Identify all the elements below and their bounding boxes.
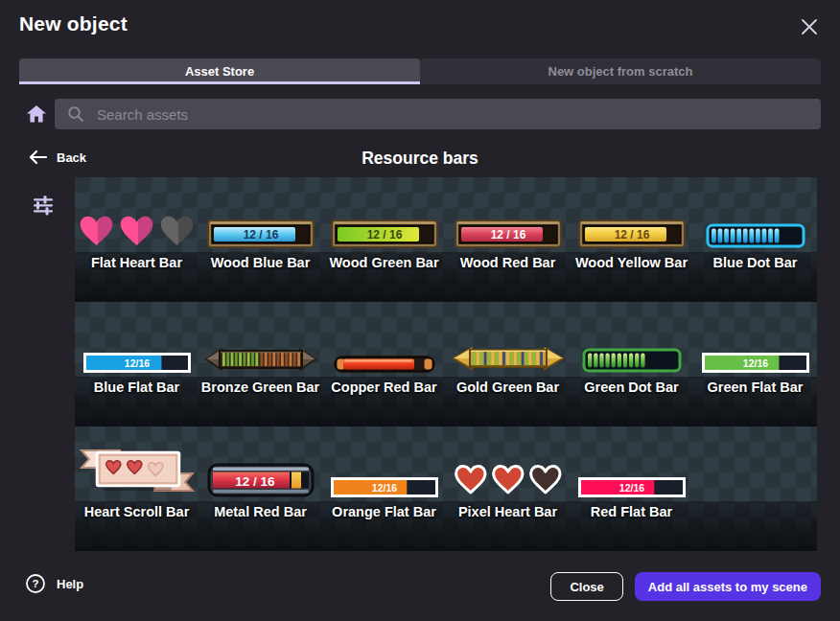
footer-actions: Close Add all assets to my scene (550, 572, 821, 601)
asset-row: Flat Heart Bar 12 / 16Wood Blue Bar 12 /… (75, 177, 817, 302)
metal-red-bar-preview: 12 / 16 (207, 426, 315, 501)
svg-text:12 / 16: 12 / 16 (243, 228, 278, 242)
home-glyph (25, 103, 48, 126)
close-icon[interactable] (798, 15, 821, 38)
add-all-assets-button[interactable]: Add all assets to my scene (635, 572, 821, 601)
section-title: Resource bars (0, 149, 840, 169)
wood-green-bar-preview: 12 / 16 (331, 177, 438, 252)
close-button[interactable]: Close (550, 572, 622, 601)
copper-red-bar-preview (334, 302, 435, 377)
heart-scroll-bar-preview (78, 426, 197, 501)
wood-yellow-bar-preview: 12 / 16 (578, 177, 686, 252)
asset-tile-flat-heart-bar[interactable]: Flat Heart Bar (75, 177, 198, 302)
asset-label: Green Dot Bar (584, 380, 678, 395)
search-box (55, 99, 821, 129)
asset-tile-red-flat-bar[interactable]: 12/16Red Flat Bar (570, 426, 693, 551)
asset-label: Gold Green Bar (456, 380, 559, 395)
asset-tile-blue-flat-bar[interactable]: 12/16Blue Flat Bar (75, 302, 198, 426)
asset-row: Heart Scroll Bar 12 / 16Metal Red Bar 12… (75, 426, 817, 551)
red-flat-bar-preview: 12/16 (578, 426, 686, 501)
blue-dot-bar-preview (706, 177, 805, 252)
asset-tile-wood-red-bar[interactable]: 12 / 16Wood Red Bar (446, 177, 570, 302)
asset-label: Metal Red Bar (214, 504, 307, 519)
asset-tile-heart-scroll-bar[interactable]: Heart Scroll Bar (75, 426, 198, 551)
asset-label: Green Flat Bar (708, 380, 804, 395)
flat-heart-bar-preview (79, 177, 196, 252)
green-flat-bar-preview: 12/16 (702, 302, 809, 377)
help-icon: ? (25, 573, 46, 594)
asset-tile-blue-dot-bar[interactable]: Blue Dot Bar (693, 177, 817, 302)
asset-tile-green-flat-bar[interactable]: 12/16Green Flat Bar (693, 302, 817, 426)
asset-tile-copper-red-bar[interactable]: Copper Red Bar (322, 302, 446, 426)
filter-icon-button[interactable] (30, 193, 57, 219)
tab-new-object-from-scratch[interactable]: New object from scratch (420, 58, 821, 84)
green-dot-bar-preview (582, 302, 682, 377)
home-icon[interactable] (24, 103, 49, 127)
tab-asset-store[interactable]: Asset Store (19, 58, 420, 84)
asset-grid: Flat Heart Bar 12 / 16Wood Blue Bar 12 /… (75, 177, 817, 551)
svg-text:12/16: 12/16 (371, 482, 396, 494)
asset-tile-orange-flat-bar[interactable]: 12/16Orange Flat Bar (322, 426, 446, 551)
tab-bar: Asset StoreNew object from scratch (19, 58, 821, 84)
help-button[interactable]: ? Help (25, 573, 83, 594)
asset-tile-pixel-heart-bar[interactable]: Pixel Heart Bar (446, 426, 570, 551)
asset-label: Pixel Heart Bar (458, 504, 557, 519)
svg-text:12/16: 12/16 (124, 357, 149, 369)
asset-tile-metal-red-bar[interactable]: 12 / 16Metal Red Bar (198, 426, 322, 551)
svg-text:?: ? (32, 578, 38, 589)
asset-label: Copper Red Bar (331, 380, 436, 395)
asset-label: Wood Blue Bar (211, 255, 311, 270)
page-title: New object (19, 12, 128, 35)
close-x-glyph (798, 15, 821, 38)
asset-tile-wood-yellow-bar[interactable]: 12 / 16Wood Yellow Bar (570, 177, 693, 302)
asset-label: Orange Flat Bar (332, 504, 436, 519)
filter-sliders-icon (31, 193, 56, 218)
asset-label: Blue Dot Bar (713, 255, 798, 270)
svg-text:12/16: 12/16 (618, 482, 643, 494)
svg-text:12 / 16: 12 / 16 (366, 228, 402, 242)
asset-tile-green-dot-bar[interactable]: Green Dot Bar (570, 302, 693, 426)
asset-label: Red Flat Bar (591, 504, 672, 519)
asset-label: Blue Flat Bar (94, 380, 179, 395)
help-label: Help (57, 577, 83, 591)
svg-text:12 / 16: 12 / 16 (614, 228, 649, 242)
asset-tile-gold-green-bar[interactable]: Gold Green Bar (446, 302, 570, 426)
asset-label: Wood Red Bar (460, 255, 556, 270)
svg-text:12 / 16: 12 / 16 (490, 228, 525, 242)
search-icon (67, 105, 84, 123)
new-object-dialog: New object Asset StoreNew object from sc… (0, 0, 840, 621)
blue-flat-bar-preview: 12/16 (83, 302, 191, 377)
search-input[interactable] (95, 105, 712, 124)
wood-blue-bar-preview: 12 / 16 (207, 177, 315, 252)
asset-label: Flat Heart Bar (91, 255, 182, 270)
asset-label: Wood Green Bar (329, 255, 438, 270)
asset-tile-bronze-green-bar[interactable]: Bronze Green Bar (198, 302, 322, 426)
asset-label: Wood Yellow Bar (575, 255, 688, 270)
svg-text:12 / 16: 12 / 16 (235, 474, 275, 489)
wood-red-bar-preview: 12 / 16 (455, 177, 562, 252)
asset-row: 12/16Blue Flat Bar Bronze Green Bar Copp… (75, 302, 817, 426)
bronze-green-bar-preview (204, 302, 317, 377)
asset-tile-wood-green-bar[interactable]: 12 / 16Wood Green Bar (322, 177, 446, 302)
asset-label: Bronze Green Bar (201, 380, 319, 395)
orange-flat-bar-preview: 12/16 (331, 426, 438, 501)
pixel-heart-bar-preview (453, 426, 564, 501)
svg-text:12/16: 12/16 (742, 357, 767, 369)
asset-label: Heart Scroll Bar (84, 504, 190, 519)
asset-tile-wood-blue-bar[interactable]: 12 / 16Wood Blue Bar (198, 177, 322, 302)
gold-green-bar-preview (452, 302, 565, 377)
